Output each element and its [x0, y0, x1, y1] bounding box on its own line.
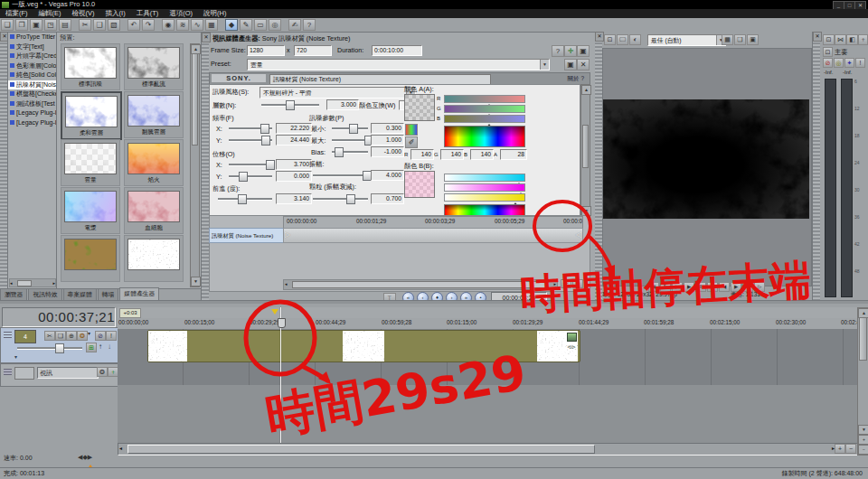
- generated-media-icon[interactable]: [567, 333, 577, 342]
- freq-y-value[interactable]: 24.440: [276, 135, 312, 146]
- dock-tab[interactable]: 媒體產生器: [119, 287, 159, 300]
- noise-style-dropdown[interactable]: 不規則碎片 - 平滑▼: [259, 87, 416, 99]
- menu-item[interactable]: 說明(H): [198, 9, 231, 18]
- master-downmix-icon[interactable]: ◧: [846, 34, 858, 45]
- undo-button[interactable]: ↶: [127, 19, 140, 31]
- generator-list-hscrollbar[interactable]: ◂▸: [9, 278, 56, 287]
- composite-mode-icon[interactable]: ⊞: [86, 343, 97, 352]
- track-thumbnail[interactable]: 4: [14, 330, 36, 343]
- frame-height-field[interactable]: 720: [294, 45, 332, 56]
- min-value[interactable]: 0.300: [371, 123, 404, 134]
- generator-list-item[interactable]: ProType Titler: [8, 33, 57, 42]
- master-fit-icon[interactable]: ⋈: [835, 34, 846, 45]
- preview-close-icon[interactable]: ✕: [595, 32, 604, 42]
- frame-width-field[interactable]: 1280: [247, 45, 285, 56]
- playhead-head[interactable]: [278, 318, 286, 328]
- preview-play-button[interactable]: ▶: [684, 282, 694, 292]
- keyframe-hscrollbar[interactable]: ◂ ▸: [283, 279, 558, 290]
- generator-list-item[interactable]: 訊噪材質[Noise: [8, 80, 57, 90]
- scroll-thumb[interactable]: [582, 125, 589, 168]
- zoom-in-button[interactable]: +: [835, 444, 845, 454]
- generator-list-item[interactable]: 色彩漸層[Color Gra: [8, 61, 57, 71]
- chevron-down-icon[interactable]: ▼: [540, 60, 549, 70]
- copy-button[interactable]: ❑: [93, 19, 106, 31]
- color-a-g-value[interactable]: 140: [440, 149, 464, 160]
- keyframe-row-label[interactable]: 訊噪材質 (Noise Texture): [209, 228, 287, 243]
- generator-list-item[interactable]: 文字[Text]: [8, 42, 57, 52]
- scroll-thumb[interactable]: [859, 317, 867, 361]
- video-track-lane-1[interactable]: ⊲⊳: [118, 329, 857, 364]
- color-a-r-value[interactable]: 140: [410, 149, 434, 160]
- new-project-button[interactable]: ❏: [1, 19, 14, 31]
- color-a-g-bar[interactable]: [444, 105, 525, 113]
- preset-thumbnail[interactable]: 雲量: [61, 139, 120, 186]
- preview-go-start-button[interactable]: ◀: [719, 282, 730, 292]
- event-fade-handles[interactable]: ⊲⊳: [567, 343, 576, 350]
- scroll-up-icon[interactable]: ▲: [581, 85, 591, 95]
- color-palette-icon[interactable]: [405, 124, 418, 136]
- grain-value[interactable]: 0.700: [371, 193, 404, 204]
- generator-list-item[interactable]: 純色[Solid Color]: [8, 70, 57, 80]
- scroll-thumb[interactable]: [192, 53, 198, 146]
- menu-item[interactable]: 編輯(E): [33, 9, 67, 18]
- preset-thumbnail[interactable]: 焰火: [124, 139, 184, 186]
- snap-toggle[interactable]: ◉: [162, 19, 175, 31]
- track-name-field[interactable]: 視訊: [37, 367, 99, 379]
- vertical-zoom-in-button[interactable]: +: [858, 435, 868, 445]
- video-output-icon[interactable]: ◐: [629, 34, 641, 45]
- bias-slider[interactable]: [332, 147, 368, 155]
- keyframe-zoom-out-button[interactable]: −: [572, 279, 583, 288]
- track-drag-handle[interactable]: [4, 332, 12, 338]
- open-project-button[interactable]: ❐: [15, 19, 28, 31]
- progress-value[interactable]: 3.140: [276, 193, 312, 204]
- preset-thumbnail[interactable]: [61, 235, 120, 282]
- color-a-spectrum[interactable]: [444, 126, 525, 147]
- envelope-edit-tool[interactable]: ✎: [240, 19, 252, 31]
- duration-field[interactable]: 0:00:10:00: [372, 45, 422, 56]
- project-properties-button[interactable]: ▤: [59, 19, 71, 31]
- scroll-left-icon[interactable]: ◂: [119, 445, 122, 453]
- color-b-r-bar[interactable]: [444, 174, 525, 182]
- zoom-edit-tool[interactable]: ◎: [269, 19, 281, 31]
- offset-y-value[interactable]: 0.000: [276, 171, 312, 182]
- color-a-b-value[interactable]: 140: [470, 149, 494, 160]
- rate-scrubber[interactable]: ◀◆▶: [78, 454, 92, 461]
- scroll-thumb[interactable]: [292, 281, 546, 288]
- master-dock-icon[interactable]: ⊡: [823, 34, 835, 45]
- track-fx-icon[interactable]: ✂: [44, 331, 55, 341]
- preview-stop-button[interactable]: ■: [707, 282, 718, 292]
- preview-grip[interactable]: ✕: [595, 32, 602, 307]
- layers-slider[interactable]: [261, 100, 319, 108]
- selection-edit-tool[interactable]: ▭: [254, 19, 267, 31]
- amplitude-value[interactable]: 4.000: [371, 170, 404, 181]
- expand-icon[interactable]: ▾: [14, 353, 17, 360]
- scroll-thumb[interactable]: [17, 280, 32, 286]
- end-keyframe-marker[interactable]: ◁: [576, 230, 581, 239]
- lock-envelopes-toggle[interactable]: ∿: [191, 19, 203, 31]
- mute-icon[interactable]: ⊘: [823, 58, 833, 68]
- offset-x-value[interactable]: 3.700: [276, 159, 312, 170]
- dock-tab[interactable]: 瀏覽器: [0, 288, 27, 300]
- min-slider[interactable]: [332, 124, 368, 132]
- external-monitor-icon[interactable]: 🖵: [617, 34, 628, 45]
- save-as-button[interactable]: ▣: [577, 45, 590, 57]
- solo-icon[interactable]: ◎: [834, 58, 844, 68]
- chevron-down-icon[interactable]: ▾: [88, 328, 90, 340]
- timeline-vscrollbar[interactable]: ▲ ▼ + −: [857, 307, 868, 456]
- first-keyframe-marker[interactable]: ▷: [285, 230, 290, 239]
- preset-thumbnail[interactable]: 標準亂流: [124, 43, 184, 90]
- preview-pause-button[interactable]: ‖: [695, 282, 706, 292]
- solo-icon[interactable]: !: [106, 331, 117, 341]
- progress-slider[interactable]: [218, 194, 272, 202]
- video-track-header-1[interactable]: 4 ✂ ❑ ⊕ ❂ ▾ ⊘ ! ⊞ ↑ ↓ ▾: [0, 327, 118, 363]
- color-a-r-bar[interactable]: [444, 95, 525, 103]
- dim-icon[interactable]: ⊕: [66, 331, 77, 341]
- dock-tab[interactable]: 轉場: [98, 288, 119, 300]
- color-a-a-value[interactable]: 28: [500, 149, 527, 160]
- menu-item[interactable]: 工具(T): [131, 9, 165, 18]
- generator-list-item[interactable]: [Legacy Plug-In]: [8, 118, 57, 128]
- save-snapshot-icon[interactable]: ▣: [747, 34, 759, 45]
- track-drag-handle[interactable]: [4, 369, 12, 375]
- auto-ripple-toggle[interactable]: ≋: [176, 19, 189, 31]
- dialog-close-icon[interactable]: ✕: [202, 33, 211, 42]
